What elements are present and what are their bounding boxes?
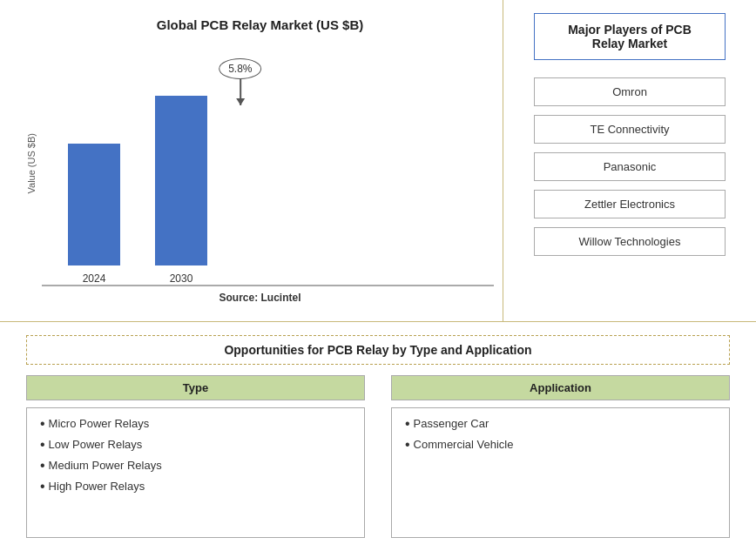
application-item-label-0: Passenger Car <box>414 417 489 430</box>
application-item-1: • Commercial Vehicle <box>405 438 716 452</box>
bullet-3: • <box>40 480 45 494</box>
type-item-2: • Medium Power Relays <box>40 459 351 473</box>
opportunities-box: Opportunities for PCB Relay by Type and … <box>26 335 730 365</box>
app-bullet-1: • <box>405 438 410 452</box>
chart-title: Global PCB Relay Market (US $B) <box>157 17 364 32</box>
x-axis-line <box>42 285 494 286</box>
player-willow: Willow Technologies <box>534 227 726 256</box>
type-application-row: Type • Micro Power Relays • Low Power Re… <box>26 375 730 538</box>
bar-2030 <box>155 96 207 265</box>
application-box: Application • Passenger Car • Commercial… <box>391 375 730 538</box>
main-container: Global PCB Relay Market (US $B) Value (U… <box>0 0 756 551</box>
type-items: • Micro Power Relays • Low Power Relays … <box>26 407 365 538</box>
bars-container: 5.8% 2024 2030 <box>42 41 494 286</box>
players-panel: Major Players of PCB Relay Market Omron … <box>503 0 756 321</box>
type-item-0: • Micro Power Relays <box>40 417 351 431</box>
type-item-label-0: Micro Power Relays <box>49 417 150 430</box>
type-box: Type • Micro Power Relays • Low Power Re… <box>26 375 365 538</box>
chart-content: Value (US $B) 5.8% 2024 <box>26 41 494 286</box>
bar-group-2024: 2024 <box>68 144 120 285</box>
bar-group-2030: 2030 <box>155 96 207 285</box>
annotation: 5.8% <box>219 58 261 105</box>
application-item-label-1: Commercial Vehicle <box>414 438 514 451</box>
annotation-bubble: 5.8% <box>219 58 261 79</box>
type-item-3: • High Power Relays <box>40 480 351 494</box>
bottom-section: Opportunities for PCB Relay by Type and … <box>0 322 756 551</box>
player-te-connectivity: TE Connectivity <box>534 115 726 144</box>
top-section: Global PCB Relay Market (US $B) Value (U… <box>0 0 756 322</box>
chart-area: Global PCB Relay Market (US $B) Value (U… <box>0 0 503 321</box>
type-item-label-3: High Power Relays <box>49 480 145 493</box>
bar-label-2024: 2024 <box>83 272 106 285</box>
bullet-2: • <box>40 459 45 473</box>
bullet-0: • <box>40 417 45 431</box>
player-zettler: Zettler Electronics <box>534 190 726 218</box>
application-item-0: • Passenger Car <box>405 417 716 431</box>
type-header: Type <box>26 375 365 400</box>
application-header: Application <box>391 375 730 400</box>
bullet-1: • <box>40 438 45 452</box>
source-text: Source: Lucintel <box>219 292 300 304</box>
y-axis-label: Value (US $B) <box>26 133 37 194</box>
type-item-label-1: Low Power Relays <box>49 438 143 451</box>
arrow-line <box>240 79 241 105</box>
type-item-1: • Low Power Relays <box>40 438 351 452</box>
bar-label-2030: 2030 <box>170 272 193 285</box>
type-item-label-2: Medium Power Relays <box>49 459 162 472</box>
bar-2024 <box>68 144 120 265</box>
bars-inner: 5.8% 2024 2030 <box>42 41 494 285</box>
player-omron: Omron <box>534 77 726 106</box>
application-items: • Passenger Car • Commercial Vehicle <box>391 407 730 538</box>
app-bullet-0: • <box>405 417 410 431</box>
player-panasonic: Panasonic <box>534 152 726 181</box>
players-title: Major Players of PCB Relay Market <box>534 13 726 60</box>
